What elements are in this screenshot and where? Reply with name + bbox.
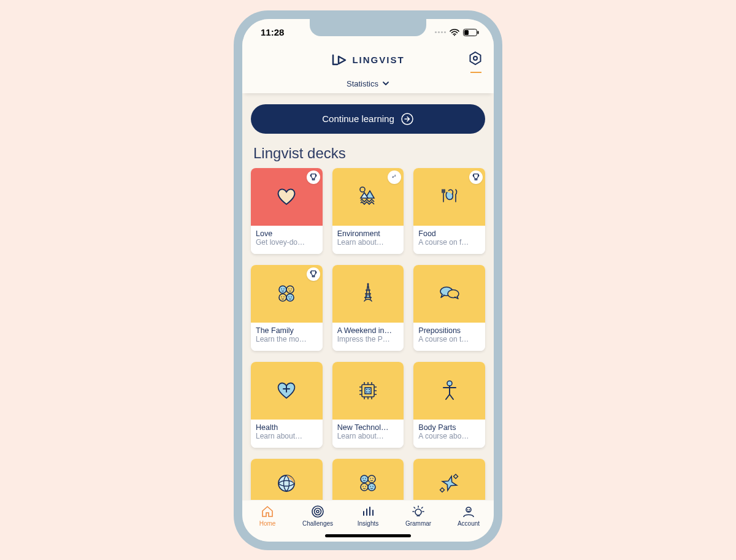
- content-area[interactable]: Continue learning Lingvist decks LoveGet…: [242, 93, 494, 500]
- deck-card[interactable]: HealthLearn about…: [251, 362, 323, 448]
- deck-title: New Technol…: [337, 423, 399, 432]
- ball-icon: [273, 470, 300, 497]
- deck-info: A Weekend in…Impress the P…: [332, 323, 404, 351]
- deck-title: Food: [418, 229, 480, 238]
- trophy-badge: [307, 267, 320, 281]
- deck-card[interactable]: [413, 459, 485, 500]
- settings-button[interactable]: [468, 51, 483, 66]
- gear-icon: [468, 51, 483, 66]
- home-icon: [260, 504, 275, 519]
- svg-point-9: [316, 510, 319, 513]
- deck-card[interactable]: [332, 459, 404, 500]
- logo-icon: [331, 54, 347, 66]
- deck-card[interactable]: FoodA course on f…: [413, 168, 485, 254]
- environment-icon: [355, 183, 381, 210]
- account-icon: [461, 504, 476, 519]
- brand-logo: LINGVIST: [331, 54, 404, 66]
- trophy-badge: [307, 171, 320, 184]
- bars-icon: [361, 504, 375, 519]
- deck-info: EnvironmentLearn about…: [332, 226, 404, 254]
- deck-subtitle: Learn about…: [337, 432, 399, 440]
- deck-card[interactable]: [251, 459, 323, 500]
- tab-label: Account: [458, 520, 480, 527]
- deck-info: FoodA course on f…: [413, 226, 485, 254]
- tab-account[interactable]: Account: [447, 504, 490, 527]
- deck-grid-partial: [251, 459, 485, 500]
- deck-card[interactable]: Body PartsA course abo…: [413, 362, 485, 448]
- deck-title: Environment: [337, 229, 399, 238]
- app-header: LINGVIST Statistics: [242, 46, 494, 93]
- tab-label: Home: [259, 520, 276, 527]
- sparkle-icon: [436, 470, 463, 497]
- trophy-icon: [309, 172, 318, 182]
- cellular-icon: [435, 31, 446, 33]
- target-icon: [310, 504, 325, 519]
- deck-info: PrepositionsA course on t…: [413, 323, 485, 351]
- tab-home[interactable]: Home: [246, 504, 289, 527]
- chat-icon: [436, 280, 463, 307]
- continue-learning-button[interactable]: Continue learning: [251, 104, 485, 134]
- svg-point-8: [315, 508, 321, 515]
- faces-icon: [355, 470, 381, 497]
- screen: 11:28 LINGVIST: [242, 19, 494, 542]
- chevron-down-icon: [382, 81, 389, 86]
- trophy-icon: [309, 269, 318, 279]
- deck-title: Health: [256, 423, 318, 432]
- heart-icon: [273, 183, 300, 210]
- zz-icon: [389, 172, 399, 182]
- svg-point-10: [415, 509, 421, 515]
- statistics-dropdown[interactable]: Statistics: [253, 79, 483, 88]
- svg-marker-4: [470, 52, 481, 64]
- deck-title: Prepositions: [418, 326, 480, 335]
- sleep-badge: [388, 171, 401, 184]
- deck-card[interactable]: The FamilyLearn the mo…: [251, 265, 323, 351]
- trophy-badge: [469, 171, 483, 184]
- deck-card[interactable]: EnvironmentLearn about…: [332, 168, 404, 254]
- svg-rect-3: [478, 31, 479, 34]
- header-indicator: [470, 72, 481, 73]
- chip-icon: [355, 377, 381, 404]
- tab-label: Challenges: [302, 520, 333, 527]
- deck-illustration: [413, 168, 485, 226]
- svg-point-5: [473, 56, 477, 60]
- section-title: Lingvist decks: [253, 145, 485, 162]
- deck-subtitle: A course abo…: [418, 432, 480, 440]
- deck-info: HealthLearn about…: [251, 420, 323, 448]
- deck-info: LoveGet lovey-do…: [251, 226, 323, 254]
- deck-title: The Family: [256, 326, 318, 335]
- deck-subtitle: Impress the P…: [337, 335, 399, 343]
- home-indicator: [325, 534, 411, 537]
- health-icon: [273, 377, 300, 404]
- status-time: 11:28: [261, 27, 284, 37]
- svg-rect-2: [464, 30, 469, 35]
- brand-text: LINGVIST: [352, 55, 404, 65]
- deck-title: Body Parts: [418, 423, 480, 432]
- notch: [310, 19, 426, 36]
- deck-illustration: [332, 459, 404, 500]
- deck-illustration: [251, 362, 323, 420]
- deck-card[interactable]: LoveGet lovey-do…: [251, 168, 323, 254]
- deck-illustration: [413, 265, 485, 323]
- trophy-icon: [471, 172, 481, 182]
- deck-card[interactable]: A Weekend in…Impress the P…: [332, 265, 404, 351]
- status-icons: [435, 29, 479, 36]
- deck-info: The FamilyLearn the mo…: [251, 323, 323, 351]
- tab-challenges[interactable]: Challenges: [296, 504, 339, 527]
- deck-card[interactable]: New Technol…Learn about…: [332, 362, 404, 448]
- arrow-circle-icon: [401, 112, 414, 126]
- deck-illustration: [332, 362, 404, 420]
- tab-insights[interactable]: Insights: [347, 504, 389, 527]
- faces-icon: [273, 280, 300, 307]
- tab-grammar[interactable]: Grammar: [397, 504, 440, 527]
- deck-subtitle: Get lovey-do…: [256, 238, 318, 247]
- bulb-icon: [411, 504, 426, 519]
- deck-subtitle: Learn about…: [337, 238, 399, 247]
- deck-illustration: [251, 265, 323, 323]
- deck-title: Love: [256, 229, 318, 238]
- deck-subtitle: Learn about…: [256, 432, 318, 440]
- svg-point-13: [469, 509, 470, 510]
- deck-grid: LoveGet lovey-do…EnvironmentLearn about……: [251, 168, 485, 448]
- deck-card[interactable]: PrepositionsA course on t…: [413, 265, 485, 351]
- battery-icon: [463, 29, 479, 36]
- continue-learning-label: Continue learning: [322, 113, 394, 124]
